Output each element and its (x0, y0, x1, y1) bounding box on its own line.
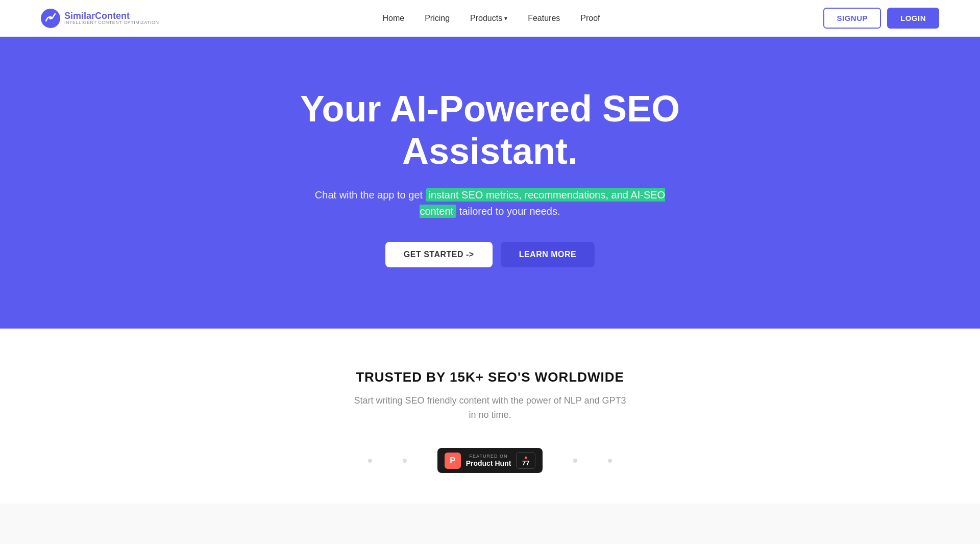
logo-dot-1 (368, 459, 372, 463)
logo-dot-4 (608, 459, 612, 463)
nav-home[interactable]: Home (382, 14, 404, 23)
navbar: SimilarContent INTELLIGENT CONTENT OPTIM… (0, 0, 980, 37)
login-button[interactable]: LOGIN (887, 8, 939, 29)
trusted-subtitle: Start writing SEO friendly content with … (337, 393, 643, 423)
logo-dot-2 (403, 459, 407, 463)
logo[interactable]: SimilarContent INTELLIGENT CONTENT OPTIM… (41, 9, 159, 28)
trusted-title: TRUSTED BY 15K+ SEO'S WORLDWIDE (20, 369, 960, 385)
bottom-section (0, 504, 980, 544)
trusted-subtitle-line2: in no time. (469, 410, 511, 420)
nav-products-label: Products (470, 14, 502, 23)
logo-tagline: INTELLIGENT CONTENT OPTIMIZATION (64, 20, 159, 25)
product-hunt-votes: ▲ 77 (516, 452, 535, 469)
logo-name: SimilarContent (64, 11, 159, 20)
product-hunt-text: FEATURED ON Product Hunt (466, 454, 511, 468)
nav-links: Home Pricing Products ▾ Features Proof (382, 14, 600, 23)
nav-proof[interactable]: Proof (580, 14, 600, 23)
nav-pricing-link[interactable]: Pricing (425, 14, 450, 22)
nav-home-link[interactable]: Home (382, 14, 404, 22)
trusted-section: TRUSTED BY 15K+ SEO'S WORLDWIDE Start wr… (0, 329, 980, 504)
navbar-actions: SIGNUP LOGIN (823, 8, 939, 29)
hero-section: Your AI-Powered SEO Assistant. Chat with… (0, 37, 980, 329)
get-started-button[interactable]: GET STARTED -> (385, 242, 493, 267)
product-hunt-icon: P (445, 453, 461, 469)
learn-more-button[interactable]: LEARN MORE (501, 242, 595, 267)
product-hunt-featured: FEATURED ON (466, 454, 511, 459)
hero-actions: GET STARTED -> LEARN MORE (385, 242, 595, 267)
trusted-logos: P FEATURED ON Product Hunt ▲ 77 (20, 448, 960, 473)
trusted-subtitle-line1: Start writing SEO friendly content with … (354, 395, 626, 406)
product-hunt-badge[interactable]: P FEATURED ON Product Hunt ▲ 77 (437, 448, 543, 473)
logo-dot-3 (573, 459, 577, 463)
nav-products-dropdown[interactable]: Products ▾ (470, 14, 507, 23)
nav-products[interactable]: Products ▾ (470, 14, 507, 23)
nav-proof-link[interactable]: Proof (580, 14, 600, 22)
signup-button[interactable]: SIGNUP (823, 8, 881, 29)
svg-point-1 (49, 16, 52, 19)
hero-description: Chat with the app to get instant SEO met… (311, 187, 669, 219)
product-hunt-name: Product Hunt (466, 459, 511, 468)
nav-features[interactable]: Features (528, 14, 560, 23)
chevron-down-icon: ▾ (504, 15, 507, 22)
nav-features-link[interactable]: Features (528, 14, 560, 22)
product-hunt-letter: P (450, 456, 455, 465)
product-hunt-vote-count: 77 (522, 460, 529, 466)
hero-description-before: Chat with the app to get (315, 189, 426, 201)
hero-title: Your AI-Powered SEO Assistant. (260, 88, 720, 172)
nav-pricing[interactable]: Pricing (425, 14, 450, 23)
logo-icon (41, 9, 60, 28)
hero-description-after: tailored to your needs. (456, 206, 560, 217)
